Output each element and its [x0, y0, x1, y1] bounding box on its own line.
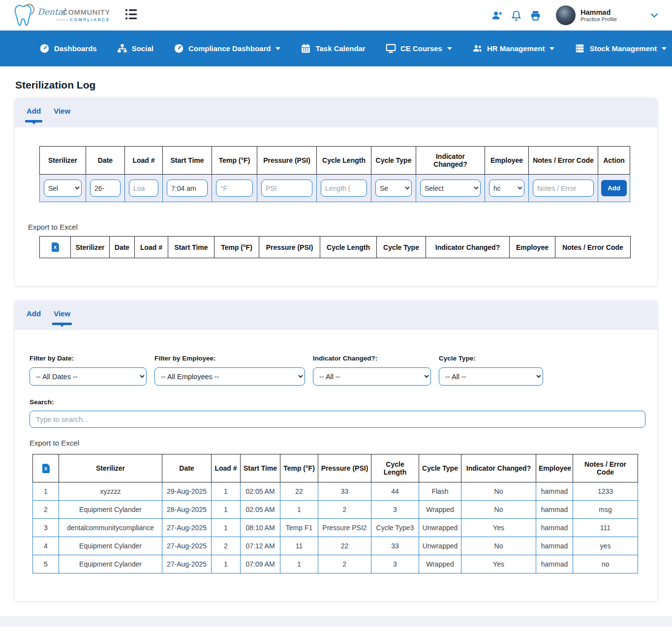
- column-header-cycle-length: Cycle Length: [371, 454, 419, 482]
- profile-menu[interactable]: Hammad Practice Profile: [556, 5, 659, 25]
- add-entry-form-table: SterilizerDateLoad #Start TimeTemp (°F)P…: [39, 146, 630, 202]
- table-cell: 22: [280, 482, 318, 501]
- table-cell: Wrapped: [419, 555, 461, 573]
- table-cell: 2: [318, 501, 371, 519]
- start-time-field[interactable]: [167, 180, 208, 197]
- filter-cycle-type: Cycle Type:-- All --: [439, 355, 543, 386]
- notifications-bell-icon[interactable]: [511, 10, 522, 21]
- table-row: 5Equipment Cylander27-Aug-2025107:09 AM1…: [33, 555, 638, 573]
- load-number-field[interactable]: [129, 180, 158, 197]
- tab-add[interactable]: Add: [27, 309, 41, 330]
- table-cell: Pressure PSI2: [318, 519, 371, 537]
- stack-icon: [575, 43, 585, 54]
- add-user-icon[interactable]: [491, 10, 503, 21]
- indicator-changed-select[interactable]: Select: [420, 180, 481, 197]
- nav-item-compliance-dashboard[interactable]: Compliance Dashboard: [174, 43, 281, 54]
- column-header-cycle-type: Cycle Type: [419, 454, 461, 482]
- table-cell: 5: [33, 555, 59, 573]
- table-cell: 07:09 AM: [241, 555, 280, 573]
- sterilization-add-card: AddView SterilizerDateLoad #Start TimeTe…: [15, 98, 657, 286]
- table-cell: hammad: [536, 519, 573, 537]
- logo-script-word: Dental: [37, 8, 65, 16]
- profile-role: Practice Profile: [580, 16, 617, 22]
- add-card-results-table: xSterilizerDateLoad #Start TimeTemp (°F)…: [39, 236, 631, 258]
- filter-select-filter-by-employee[interactable]: -- All Employees --: [154, 367, 305, 386]
- table-cell: 3: [33, 519, 59, 537]
- table-cell: 3: [371, 501, 419, 519]
- column-header-load: Load #: [212, 454, 241, 482]
- table-cell: Yes: [461, 555, 536, 573]
- nav-item-label: Social: [132, 44, 153, 53]
- sterilizer-select[interactable]: Sel: [44, 180, 82, 197]
- filter-select-cycle-type[interactable]: -- All --: [439, 367, 543, 386]
- nav-item-label: CE Courses: [400, 44, 442, 53]
- table-cell: 22: [318, 537, 371, 555]
- column-header-pressure-psi: Pressure (PSI): [257, 147, 317, 175]
- table-cell: xyzzzz: [59, 482, 162, 501]
- cycle-type-select[interactable]: Se: [375, 180, 412, 197]
- nav-item-task-calendar[interactable]: Task Calendar: [301, 43, 365, 54]
- menu-hamburger-icon[interactable]: [124, 7, 139, 24]
- chevron-down-icon[interactable]: [649, 10, 659, 20]
- add-button[interactable]: Add: [601, 180, 627, 196]
- column-header-temp-f: Temp (°F): [280, 454, 318, 482]
- column-header-temp-f: Temp (°F): [214, 237, 259, 258]
- nav-item-stock-management[interactable]: Stock Management: [575, 43, 667, 54]
- print-icon[interactable]: [530, 10, 541, 21]
- page-footer: © Copyright 2025 Dental Community All Ri…: [0, 627, 672, 631]
- excel-header-cell: x: [33, 454, 59, 482]
- avatar[interactable]: [556, 5, 576, 25]
- column-header-start-time: Start Time: [168, 237, 214, 258]
- date-field[interactable]: [90, 180, 121, 197]
- column-header-employee: Employee: [485, 147, 529, 175]
- calendar-icon: [301, 43, 311, 54]
- pre-footer-band: [0, 616, 672, 627]
- search-input[interactable]: [30, 411, 645, 428]
- filter-select-indicator-changed[interactable]: -- All --: [313, 367, 431, 386]
- nav-item-dashboards[interactable]: Dashboards: [39, 43, 97, 54]
- nav-item-hr-management[interactable]: HR Management: [472, 43, 555, 54]
- table-cell: 02:05 AM: [241, 501, 280, 519]
- nav-item-label: HR Management: [487, 44, 545, 53]
- employee-select[interactable]: hc: [489, 180, 524, 197]
- nav-item-social[interactable]: Social: [117, 43, 153, 54]
- table-cell: 27-Aug-2025: [162, 555, 212, 573]
- tab-view[interactable]: View: [54, 107, 70, 127]
- table-cell: 1: [280, 501, 318, 519]
- export-to-excel-link[interactable]: Export to Excel: [30, 439, 79, 447]
- profile-name: Hammad: [580, 8, 617, 17]
- table-cell: Wrapped: [419, 501, 461, 519]
- table-cell: Cycle Type3: [371, 519, 419, 537]
- chevron-down-icon: [550, 47, 554, 53]
- app-logo[interactable]: Dental COMMUNITY COMPLIANCE: [13, 3, 110, 28]
- table-row: 1xyzzzz29-Aug-2025102:05 AM223344FlashNo…: [33, 482, 638, 501]
- logo-community-word: COMMUNITY: [62, 8, 110, 16]
- table-cell: 27-Aug-2025: [162, 519, 212, 537]
- excel-icon[interactable]: x: [42, 464, 50, 473]
- temp-field[interactable]: [216, 180, 253, 197]
- table-cell: 1: [212, 501, 241, 519]
- export-to-excel-link[interactable]: Export to Excel: [28, 223, 78, 231]
- column-header-cycle-type: Cycle Type: [371, 147, 416, 175]
- excel-icon[interactable]: x: [52, 242, 59, 252]
- notes-field[interactable]: [533, 180, 594, 197]
- dashboard-icon: [39, 43, 50, 54]
- filter-select-filter-by-date[interactable]: -- All Dates --: [30, 367, 147, 386]
- table-cell: hammad: [536, 482, 573, 501]
- table-cell: Temp F1: [280, 519, 318, 537]
- table-cell: yes: [573, 537, 638, 555]
- page-content: Sterilization Log AddView SterilizerDate…: [0, 66, 672, 601]
- cycle-length-field[interactable]: [321, 180, 367, 197]
- tab-view[interactable]: View: [54, 309, 70, 330]
- table-cell: 33: [371, 537, 419, 555]
- column-header-employee: Employee: [510, 237, 555, 258]
- table-cell: 4: [33, 537, 59, 555]
- filters-row: Filter by Date:-- All Dates --Filter by …: [30, 355, 645, 386]
- table-cell: No: [461, 537, 536, 555]
- nav-item-ce-courses[interactable]: CE Courses: [386, 43, 452, 54]
- tab-add[interactable]: Add: [27, 107, 41, 127]
- column-header-sterilizer: Sterilizer: [40, 147, 86, 175]
- filter-filter-by-employee: Filter by Employee:-- All Employees --: [154, 355, 305, 386]
- column-header-start-time: Start Time: [241, 454, 280, 482]
- pressure-field[interactable]: [261, 180, 312, 197]
